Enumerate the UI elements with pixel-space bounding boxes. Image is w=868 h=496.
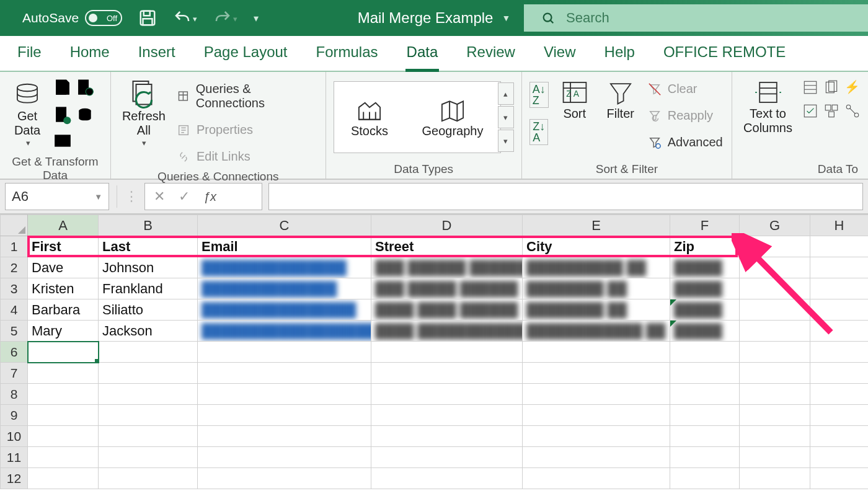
cell[interactable] (670, 384, 740, 405)
fx-icon[interactable]: ƒx (203, 190, 216, 204)
cell[interactable] (198, 447, 371, 468)
cell[interactable] (99, 405, 198, 426)
row-header-5[interactable]: 5 (1, 321, 28, 342)
cell[interactable] (99, 384, 198, 405)
cell[interactable] (670, 426, 740, 447)
text-to-columns-button[interactable]: Text to Columns (740, 76, 796, 138)
cell[interactable] (523, 405, 670, 426)
cell[interactable] (371, 426, 523, 447)
cell[interactable] (740, 342, 810, 363)
cell[interactable] (740, 363, 810, 384)
cell[interactable] (810, 447, 869, 468)
col-header-A[interactable]: A (28, 215, 99, 236)
toggle-switch[interactable]: Off (85, 10, 122, 26)
cell[interactable] (99, 447, 198, 468)
cell[interactable] (371, 447, 523, 468)
tab-data[interactable]: Data (405, 36, 440, 71)
tab-insert[interactable]: Insert (137, 36, 177, 71)
row-header-8[interactable]: 8 (1, 384, 28, 405)
existing-conn-icon[interactable] (76, 105, 94, 129)
cell[interactable] (740, 426, 810, 447)
cell[interactable] (198, 468, 371, 489)
sort-button[interactable]: Z A Sort (555, 76, 595, 123)
cell[interactable]: █████ (670, 257, 740, 278)
scroll-up-icon[interactable]: ▴ (498, 82, 514, 105)
col-header-E[interactable]: E (523, 215, 670, 236)
remove-dup-icon[interactable] (823, 79, 839, 98)
cell[interactable] (523, 447, 670, 468)
row-header-4[interactable]: 4 (1, 299, 28, 321)
cell[interactable]: Barbara (28, 299, 99, 321)
cell[interactable] (670, 447, 740, 468)
cell[interactable]: ██████████ ██ (523, 257, 670, 278)
cell[interactable] (99, 468, 198, 489)
cell[interactable]: Jackson (99, 321, 198, 342)
cell[interactable] (371, 405, 523, 426)
cell[interactable] (28, 363, 99, 384)
sort-desc-icon[interactable]: Z↓A (529, 119, 548, 145)
row-header-1[interactable]: 1 (1, 236, 28, 257)
spreadsheet-grid[interactable]: ABCDEFGH1FirstLastEmailStreetCityZip2Dav… (0, 215, 868, 489)
cell[interactable] (810, 384, 869, 405)
cell[interactable] (99, 426, 198, 447)
filter-button[interactable]: Filter (601, 76, 640, 123)
cell[interactable] (810, 405, 869, 426)
tab-page-layout[interactable]: Page Layout (203, 36, 289, 71)
undo-button[interactable]: ▾ (173, 9, 197, 27)
tab-office-remote[interactable]: OFFICE REMOTE (662, 36, 787, 71)
cell[interactable] (28, 384, 99, 405)
cell[interactable]: ██████████████ (198, 278, 371, 299)
more-icon[interactable]: ⚡ (844, 79, 861, 98)
cell[interactable] (810, 426, 869, 447)
cell[interactable]: ████████ ██ (523, 278, 670, 299)
expand-gallery-icon[interactable]: ▾ (498, 130, 514, 152)
qat-customize[interactable]: ▾ (254, 12, 259, 24)
cell[interactable]: █████ (670, 278, 740, 299)
name-box[interactable]: A6 ▼ (5, 183, 109, 210)
row-header-3[interactable]: 3 (1, 278, 28, 299)
formula-input[interactable] (268, 183, 863, 210)
cell[interactable] (523, 426, 670, 447)
cell[interactable]: ████████████████ (198, 299, 371, 321)
header-cell[interactable]: Last (99, 236, 198, 257)
sort-asc-icon[interactable]: A↓Z (529, 82, 549, 108)
cell[interactable] (740, 405, 810, 426)
cell[interactable] (371, 384, 523, 405)
cell[interactable] (198, 342, 371, 363)
col-header-G[interactable]: G (740, 215, 810, 236)
search-box[interactable]: Search (524, 4, 868, 32)
cell[interactable]: Kristen (28, 278, 99, 299)
consolidate-icon[interactable] (823, 103, 839, 122)
row-header-11[interactable]: 11 (1, 447, 28, 468)
flash-fill-icon[interactable] (802, 79, 818, 98)
cell[interactable] (523, 363, 670, 384)
cell[interactable] (810, 342, 869, 363)
row-header-12[interactable]: 12 (1, 468, 28, 489)
data-val-icon[interactable] (802, 103, 818, 122)
chevron-down-icon[interactable]: ▼ (94, 192, 102, 202)
cell[interactable]: ███████████████ (198, 257, 371, 278)
cell[interactable] (28, 342, 99, 363)
advanced-filter-button[interactable]: Advanced (647, 133, 724, 152)
cell[interactable] (523, 384, 670, 405)
row-header-10[interactable]: 10 (1, 426, 28, 447)
cell[interactable]: ████████████ ██ (523, 321, 670, 342)
cell[interactable] (198, 363, 371, 384)
tab-home[interactable]: Home (69, 36, 111, 71)
relationships-icon[interactable] (844, 103, 861, 122)
header-cell[interactable]: Zip (670, 236, 740, 257)
cell[interactable] (28, 405, 99, 426)
cell[interactable]: ███ █████ ██████ (371, 278, 523, 299)
col-header-C[interactable]: C (198, 215, 371, 236)
cell[interactable]: ████ ████ ██████ (371, 299, 523, 321)
row-header-6[interactable]: 6 (1, 342, 28, 363)
cell[interactable] (670, 468, 740, 489)
header-cell[interactable]: Email (198, 236, 371, 257)
cell[interactable]: █████████████████████ (198, 321, 371, 342)
col-header-B[interactable]: B (99, 215, 198, 236)
queries-connections-button[interactable]: Queries & Connections (175, 79, 318, 113)
document-title[interactable]: Mail Merge Example ▼ (358, 9, 511, 27)
cell[interactable]: Dave (28, 257, 99, 278)
tab-formulas[interactable]: Formulas (315, 36, 379, 71)
col-header-H[interactable]: H (810, 215, 869, 236)
